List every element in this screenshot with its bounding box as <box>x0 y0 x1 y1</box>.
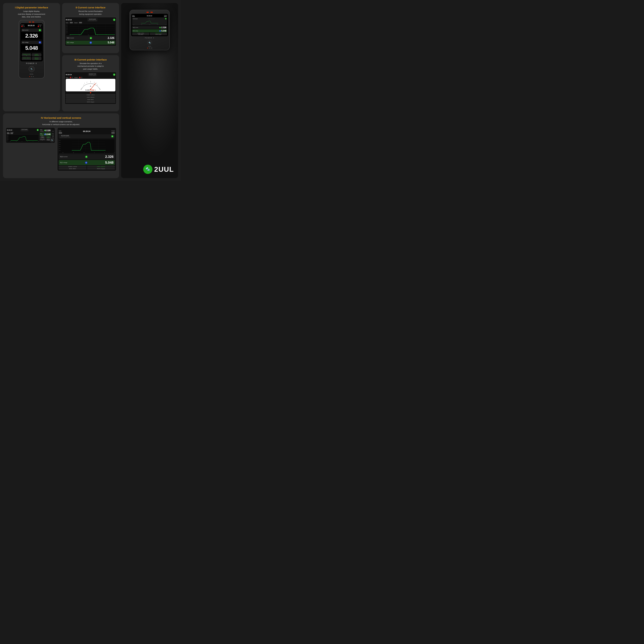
panel4-desc: In different usage scenarios,horizontal … <box>6 120 116 126</box>
chart-svg-2 <box>70 24 115 35</box>
right-circle-btn: 🔩 <box>131 40 168 45</box>
panel-right-photo: Input 00:20:24 Output <box>121 3 178 178</box>
chart-svg-4v <box>63 139 115 151</box>
main-container: I Digital parameter interface Large digi… <box>0 0 181 181</box>
badge-ampere-3: A <box>113 73 115 76</box>
svg-text:0: 0 <box>81 89 81 90</box>
svg-text:3: 3 <box>96 83 97 84</box>
svg-text:A: A <box>100 89 101 90</box>
logo-2uul-bottom: 🔩 2UUL <box>143 165 174 174</box>
ammeter-device: 00:20:24 电流指针示意 Ammeter diagram A Input … <box>65 72 116 104</box>
panel2-title: II Current curve interface <box>65 6 116 9</box>
powerx-logo-1: POWER X <box>20 61 43 65</box>
ammeter-gauge: 0 1 2 3 A A <box>66 79 115 91</box>
badge-ampere-2: A <box>113 19 115 21</box>
svg-text:A: A <box>90 85 91 87</box>
device-screen-1: Input 00:20:24 Output <box>20 23 43 61</box>
panel2-desc: Record the current fluctuationduring equ… <box>65 10 116 15</box>
panel-orientation: IV Horizontal and vertical screens In di… <box>3 113 119 178</box>
current-reading-2: 电流 Current A 2.326 <box>66 36 115 40</box>
svg-text:1: 1 <box>84 83 85 84</box>
current-chart: 0.50 0.40 0.30 0.20 0.10 0.00 <box>66 24 115 36</box>
circle-btn-4[interactable]: 🔩 <box>50 138 54 142</box>
voltage-reading-2: 电压 voltage V 5.048 <box>66 41 115 45</box>
vertical-device-container: Input 00:20:24 Output 电流变化曲线 Cu <box>57 127 116 171</box>
curve-title-box: 电流变化曲线 Current variation curve <box>87 18 98 21</box>
panel1-desc: Large digital display,real-time display … <box>6 10 57 18</box>
badge-volt-1: V <box>39 41 41 44</box>
panel3-title: III Current pointer interface <box>65 58 116 61</box>
horizontal-device-container: 00:20:24 电流变化曲线 Current variation curve … <box>6 127 55 171</box>
logo-icon: 🔩 <box>143 165 152 174</box>
panel1-title: I Digital parameter interface <box>6 6 57 9</box>
badge-ampere-1: A <box>39 29 41 31</box>
chart-svg-4 <box>10 135 39 141</box>
right-powerx: POWER X <box>131 36 168 40</box>
panel4-title: IV Horizontal and vertical screens <box>6 116 116 119</box>
panel-pointer: III Current pointer interface Simulate t… <box>62 55 119 111</box>
device-mockup-1: Input 00:20:24 Output <box>19 20 45 78</box>
logo-text: 2UUL <box>154 165 174 173</box>
brand-2uul-1: 2UUL <box>20 73 43 76</box>
curve-device: 00:20:24 电流变化曲线 Current variation curve … <box>65 17 116 46</box>
right-device-display: Input 00:20:24 Output <box>121 3 178 173</box>
ammeter-title-box: 电流指针示意 Ammeter diagram <box>88 73 97 76</box>
right-2uul: 2UUL <box>131 46 168 47</box>
right-chart-svg <box>133 20 167 23</box>
panel-digital: I Digital parameter interface Large digi… <box>3 3 60 111</box>
panel3-desc: Simulate the operation of amechanical am… <box>65 62 116 70</box>
panel-curve: II Current curve interface Record the cu… <box>62 3 119 53</box>
